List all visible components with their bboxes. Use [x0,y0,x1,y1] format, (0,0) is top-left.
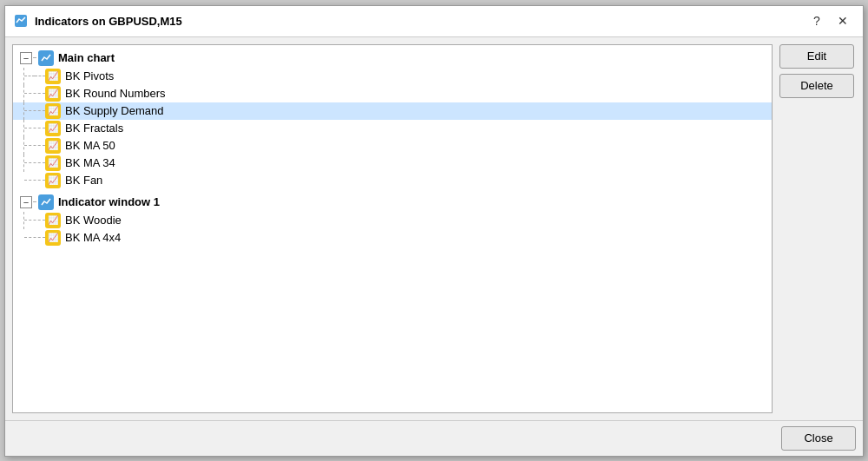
list-item[interactable]: 📈 BK MA 50 [13,137,772,155]
indicator-icon: 📈 [45,69,61,84]
indicator-window-label: Indicator window 1 [58,195,160,208]
list-item[interactable]: 📈 BK Round Numbers [13,85,772,102]
list-item[interactable]: 📈 BK MA 34 [13,155,772,172]
list-item[interactable]: 📈 BK Fractals [13,120,772,137]
item-label: BK Pivots [65,69,114,82]
main-chart-children: 📈 BK Pivots 📈 BK Round Numbers 📈 BK Supp… [13,68,772,189]
delete-button[interactable]: Delete [779,74,854,98]
indicator-icon: 📈 [45,230,61,246]
indicators-dialog: Indicators on GBPUSD,M15 ? ✕ − Main char… [4,5,864,457]
indicator-icon: 📈 [45,121,61,136]
indicator-icon: 📈 [45,86,61,102]
list-item[interactable]: 📈 BK Woodie [13,212,772,229]
item-label: BK MA 4x4 [65,231,121,244]
indicator-icon: 📈 [45,103,61,119]
bottom-bar: Close [5,420,863,456]
indicator-window-icon [38,194,54,210]
item-label: BK Fan [65,174,102,187]
help-button[interactable]: ? [806,10,828,32]
main-chart-icon [38,50,54,66]
group-indicator-window-1[interactable]: − Indicator window 1 [13,193,772,212]
indicator-icon: 📈 [45,213,61,228]
group-main-chart[interactable]: − Main chart [13,49,772,68]
item-label: BK MA 50 [65,139,115,152]
list-item[interactable]: 📈 BK MA 4x4 [13,229,772,247]
side-panel: Edit Delete [776,37,863,420]
item-label: BK Round Numbers [65,87,166,100]
edit-button[interactable]: Edit [779,44,854,69]
close-button[interactable]: Close [781,426,856,451]
expand-indicator-window[interactable]: − [20,196,32,208]
item-label: BK Fractals [65,122,123,135]
list-item[interactable]: 📈 BK Fan [13,172,772,189]
dialog-body: − Main chart 📈 BK Pivots [5,37,863,420]
spacer [779,103,856,413]
list-item[interactable]: 📈 BK Pivots [13,68,772,85]
indicator-icon: 📈 [45,173,61,188]
indicator-icon: 📈 [45,138,61,154]
title-controls: ? ✕ [806,10,854,32]
item-label: BK Woodie [65,214,122,227]
main-chart-label: Main chart [58,51,115,64]
dialog-icon [14,14,28,28]
list-item[interactable]: 📈 BK Supply Demand [13,102,772,120]
indicator-window-children: 📈 BK Woodie 📈 BK MA 4x4 [13,212,772,247]
item-label: BK Supply Demand [65,104,163,117]
dialog-title: Indicators on GBPUSD,M15 [35,15,806,28]
indicator-icon: 📈 [45,155,61,171]
window-close-button[interactable]: ✕ [832,10,854,32]
item-label: BK MA 34 [65,156,115,169]
expand-main-chart[interactable]: − [20,52,32,64]
indicators-tree[interactable]: − Main chart 📈 BK Pivots [12,44,773,413]
title-bar: Indicators on GBPUSD,M15 ? ✕ [5,6,863,37]
